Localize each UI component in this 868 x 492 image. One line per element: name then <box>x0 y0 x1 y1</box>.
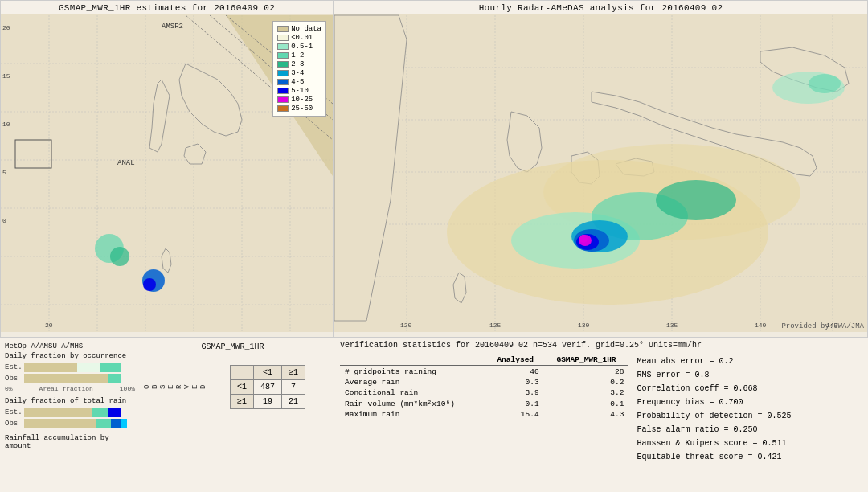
hist-rain-title: Daily fraction of total rain <box>5 397 135 405</box>
hist-rain-obs-bar3 <box>111 419 121 428</box>
legend-label-05-1: 0.5-1 <box>291 43 313 51</box>
hist-rain-est-label: Est. <box>5 408 24 416</box>
verif-analysed-0: 40 <box>487 366 544 378</box>
svg-point-53 <box>656 180 736 220</box>
legend-color-25-50 <box>277 105 289 112</box>
right-map-svg: 45 35 20 120 125 130 135 140 145 <box>334 14 867 332</box>
legend-label-4-5: 4-5 <box>291 78 304 86</box>
legend-color-lt001 <box>277 35 289 41</box>
contingency-section: GSMAP_MWR_1HR OBSERVED <1 ≥1 <1 487 7 <box>138 341 327 489</box>
verif-gsmap-2: 3.2 <box>544 387 629 398</box>
legend-label-1-2: 1-2 <box>291 51 304 59</box>
legend-1-2: 1-2 <box>277 51 321 59</box>
legend-10-25: 10-25 <box>277 96 321 104</box>
svg-text:135: 135 <box>666 322 678 329</box>
verif-analysed-4: 15.4 <box>487 409 544 420</box>
legend-label-nodata: No data <box>291 25 321 33</box>
verif-row-3: Rain volume (mm*km²x10⁶) 0.1 0.1 <box>340 398 628 409</box>
cont-val-487: 487 <box>253 379 281 394</box>
hist-occurrence: Daily fraction by occurrence Est. Obs 0%… <box>5 352 135 392</box>
legend-color-1-2 <box>277 52 289 59</box>
hist-axis-100: 100% <box>120 385 135 392</box>
verif-row-4: Maximum rain 15.4 4.3 <box>340 409 628 420</box>
svg-point-23 <box>143 278 156 291</box>
hist-obs-label: Obs <box>5 375 24 383</box>
contingency-table: <1 ≥1 <1 487 7 ≥1 19 21 <box>230 365 305 409</box>
legend-box: No data <0.01 0.5-1 1-2 <box>272 21 326 117</box>
hist-rain-obs-bar1 <box>24 419 96 428</box>
svg-text:10: 10 <box>2 121 10 128</box>
verif-col-empty <box>340 355 487 366</box>
hist-rain-fraction: Daily fraction of total rain Est. Obs <box>5 397 135 429</box>
hist-rain-est-bar3 <box>108 408 121 417</box>
svg-text:5: 5 <box>2 169 6 176</box>
left-map-panel: GSMAP_MWR_1HR estimates for 20160409 02 <box>0 0 334 338</box>
svg-text:20: 20 <box>2 24 10 31</box>
amsr2-label: AMSR2 <box>162 23 183 31</box>
hist-rain-est-bar1 <box>24 408 92 417</box>
legend-color-nodata <box>277 26 289 32</box>
anal-label: ANAL <box>117 159 135 167</box>
verification-section: Verification statistics for 20160409 02 … <box>334 338 868 492</box>
verif-analysed-3: 0.1 <box>487 398 544 409</box>
legend-color-05-1 <box>277 43 289 50</box>
verif-col-analysed: Analysed <box>487 355 544 366</box>
hist-accumulation: Rainfall accumulation by amount <box>5 434 135 450</box>
stat-5: False alarm ratio = 0.250 <box>637 423 862 437</box>
satellite-label: MetOp-A/AMSU-A/MHS <box>5 342 135 351</box>
hist-est-bar-wrap: Est. <box>5 362 135 373</box>
legend-color-10-25 <box>277 96 289 103</box>
svg-text:125: 125 <box>489 322 502 329</box>
left-map-title: GSMAP_MWR_1HR estimates for 20160409 02 <box>1 1 333 14</box>
right-map-canvas: 45 35 20 120 125 130 135 140 145 <box>334 14 867 332</box>
legend-label-5-10: 5-10 <box>291 87 309 95</box>
main-container: GSMAP_MWR_1HR estimates for 20160409 02 <box>0 0 868 492</box>
hist-est-bar2 <box>100 363 121 372</box>
cont-row-ge1: ≥1 <box>230 394 253 408</box>
hist-est-bar <box>24 363 100 372</box>
svg-text:140: 140 <box>755 322 767 329</box>
hist-axis: 0% Areal fraction 100% <box>5 385 135 392</box>
bottom-left-section: MetOp-A/AMSU-A/MHS Daily fraction by occ… <box>0 338 334 492</box>
hist-obs-bar <box>24 374 108 383</box>
legend-25-50: 25-50 <box>277 105 321 113</box>
hist-axis-label: Areal fraction <box>39 385 93 392</box>
verif-title: Verification statistics for 20160409 02 … <box>340 341 862 350</box>
right-map-title: Hourly Radar-AMeDAS analysis for 2016040… <box>334 1 867 14</box>
verif-label-2: Conditional rain <box>340 387 487 398</box>
legend-no-data: No data <box>277 25 321 33</box>
right-map-panel: Hourly Radar-AMeDAS analysis for 2016040… <box>334 0 868 338</box>
legend-3-4: 3-4 <box>277 69 321 77</box>
hist-accum-title: Rainfall accumulation by amount <box>5 434 135 450</box>
svg-text:0: 0 <box>2 217 6 224</box>
verif-analysed-2: 3.9 <box>487 387 544 398</box>
legend-lt001: <0.01 <box>277 34 321 42</box>
hist-axis-0: 0% <box>5 385 13 392</box>
svg-text:20: 20 <box>45 322 53 329</box>
stat-0: Mean abs error = 0.2 <box>637 355 862 368</box>
legend-color-4-5 <box>277 79 289 85</box>
legend-05-1: 0.5-1 <box>277 43 321 51</box>
verif-table-section: Analysed GSMAP_MWR_1HR # gridpoints rain… <box>340 355 628 464</box>
verif-stats-right: Mean abs error = 0.2 RMS error = 0.8 Cor… <box>628 355 862 464</box>
svg-text:120: 120 <box>400 322 412 329</box>
stat-1: RMS error = 0.8 <box>637 368 862 382</box>
legend-label-lt001: <0.01 <box>291 34 313 42</box>
svg-point-21 <box>110 247 129 266</box>
obs-vertical-label: OBSERVED <box>141 355 209 419</box>
hist-rain-est-bar2 <box>92 408 108 417</box>
cont-col-ge1: ≥1 <box>282 365 305 379</box>
legend-color-3-4 <box>277 70 289 76</box>
hist-rain-est-wrap: Est. <box>5 407 135 418</box>
verif-label-4: Maximum rain <box>340 409 487 420</box>
cont-empty-header <box>230 365 253 379</box>
hist-rain-obs-label: Obs <box>5 420 24 428</box>
legend-4-5: 4-5 <box>277 78 321 86</box>
maps-row: GSMAP_MWR_1HR estimates for 20160409 02 <box>0 0 868 338</box>
verif-row-0: # gridpoints raining 40 28 <box>340 366 628 378</box>
svg-text:130: 130 <box>578 322 590 329</box>
hist-est-label: Est. <box>5 363 24 371</box>
cont-title: GSMAP_MWR_1HR <box>141 342 324 351</box>
verif-row-2: Conditional rain 3.9 3.2 <box>340 387 628 398</box>
verif-analysed-1: 0.3 <box>487 377 544 387</box>
